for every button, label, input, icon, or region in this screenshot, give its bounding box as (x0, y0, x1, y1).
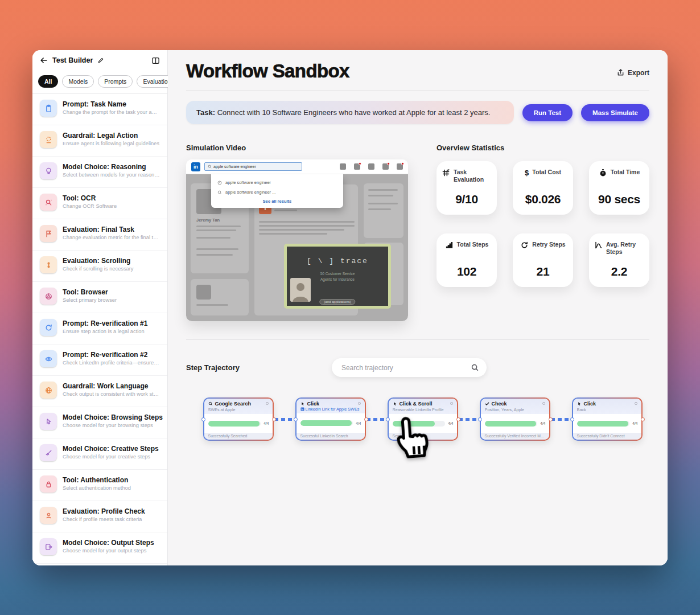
sidebar-item-eval-final-task[interactable]: Evaluation: Final TaskChange evaluation … (32, 219, 167, 251)
node-status: Successfully Didn't Connect (573, 433, 642, 440)
sidebar-item-guardrail-legal-action[interactable]: Guardrail: Legal ActionEnsure agent is f… (32, 125, 167, 157)
node-title: Google Search (215, 401, 252, 407)
mass-simulate-button[interactable]: Mass Simulate (581, 104, 649, 121)
stat-card-total-steps: Total Steps 102 (437, 233, 497, 287)
suggestion-row[interactable]: apple software engineer ... (211, 187, 343, 197)
gear-icon[interactable] (450, 402, 453, 405)
sidebar-item-model-creative-steps[interactable]: Model Choice: Creative StepsChoose model… (32, 438, 167, 470)
trace-caption-1: 50 Customer Service (287, 271, 388, 277)
item-title: Guardrail: Legal Action (63, 132, 159, 140)
scroll-icon (40, 256, 57, 273)
linkedin-search-box[interactable]: apple software engineer (204, 162, 302, 171)
gear-icon[interactable] (266, 402, 269, 405)
sidebar-item-tool-ocr[interactable]: Tool: OCRChange OCR Software (32, 188, 167, 219)
sidebar-item-guardrail-work-language[interactable]: Guardrail: Work LanguageCheck output is … (32, 376, 167, 407)
retry-icon (520, 241, 529, 249)
simulation-video-heading: Simulation Video (186, 144, 408, 152)
edit-pencil-icon[interactable] (97, 57, 104, 64)
sidebar: Test Builder All Models Prompts Evaluati… (32, 50, 168, 565)
suggestion-text: apple software engineer ... (225, 190, 275, 195)
my-network-icon[interactable] (354, 163, 360, 170)
item-subtitle: Choose model for your output steps (63, 548, 154, 554)
item-subtitle: Change the prompt for the task your agen… (63, 109, 160, 115)
progress-bar (300, 420, 353, 426)
jobs-icon[interactable] (368, 163, 374, 170)
divider (186, 90, 649, 91)
cursor-icon (393, 401, 397, 406)
item-subtitle: Change evaluation metric for the final t… (63, 235, 160, 240)
sidebar-item-prompt-task-name[interactable]: Prompt: Task NameChange the prompt for t… (32, 94, 167, 125)
stat-value: 102 (442, 265, 492, 278)
item-title: Evaluation: Profile Check (63, 507, 145, 515)
stat-card-total-cost: $Total Cost $0.026 (513, 161, 573, 215)
grid-check-icon (442, 169, 450, 177)
sidebar-item-model-browsing-steps[interactable]: Model Choice: Browsing StepsChoose model… (32, 407, 167, 438)
brush-icon (40, 444, 57, 461)
sidebar-item-prompt-reverification-1[interactable]: Prompt: Re-verification #1Ensure step ac… (32, 313, 167, 345)
item-title: Prompt: Task Name (63, 100, 160, 108)
avg-retry-icon (594, 241, 603, 249)
node-google-search[interactable]: Google Search SWEs at Apple 4/4 Successf… (203, 397, 274, 441)
page-title: Workflow Sandbox (186, 60, 349, 82)
suggestion-row[interactable]: apple software engineer (211, 178, 343, 187)
item-title: Evaluation: Final Task (63, 226, 160, 233)
home-icon[interactable] (340, 163, 346, 170)
port-out (456, 417, 460, 421)
notifications-icon[interactable] (397, 163, 403, 170)
progress-bar (577, 421, 630, 427)
history-icon (217, 181, 222, 185)
node-status: Successful LinkedIn Search (297, 433, 365, 440)
sidebar-item-eval-profile-check[interactable]: Evaluation: Profile CheckCheck if profil… (32, 501, 167, 532)
sidebar-item-model-reasoning[interactable]: Model Choice: ReasoningSelect between mo… (32, 157, 167, 188)
sidebar-header: Test Builder (32, 50, 167, 71)
stat-value: $0.026 (518, 192, 568, 206)
sidebar-item-prompt-reverification-2[interactable]: Prompt: Re-verification #2Check LinkedIn… (32, 345, 167, 376)
node-title: Click (307, 401, 320, 407)
node-click-back[interactable]: Click Back 4/4 Successfully Didn't Conne… (572, 397, 643, 441)
item-subtitle: Select between models for your reasoning… (63, 172, 160, 178)
stat-card-task-evaluation: Task Evaluation 9/10 (437, 161, 497, 215)
filter-all[interactable]: All (38, 75, 58, 88)
filter-prompts[interactable]: Prompts (98, 75, 133, 88)
stat-label: Total Time (611, 169, 640, 176)
node-subtitle: Position, Years, Apple (485, 407, 546, 412)
sidebar-item-tool-authentication[interactable]: Tool: AuthenticationSelect authenticatio… (32, 470, 167, 501)
messaging-icon[interactable] (382, 163, 389, 170)
item-subtitle: Select authentication method (63, 485, 131, 491)
node-subtitle: LinkedIn Link for Apple SWEs (306, 407, 360, 412)
port-out (364, 417, 368, 421)
refresh-icon (40, 319, 57, 336)
back-icon[interactable] (40, 56, 48, 64)
gear-icon[interactable] (635, 402, 637, 405)
run-test-button[interactable]: Run Test (522, 104, 573, 121)
node-check[interactable]: Check Position, Years, Apple 4/4 Success… (480, 397, 550, 441)
simulation-video[interactable]: in apple software engineer (186, 159, 408, 321)
connector (367, 418, 387, 421)
export-button[interactable]: Export (616, 68, 649, 77)
trajectory-search-input[interactable] (332, 358, 487, 377)
gear-icon[interactable] (542, 402, 545, 405)
sidebar-item-tool-browser[interactable]: Tool: BrowserSelect primary browser (32, 282, 167, 313)
export-icon (616, 68, 625, 77)
check-icon (485, 401, 489, 406)
node-click-linkedin[interactable]: Click LinkedIn Link for Apple SWEs 4/4 S… (295, 397, 366, 441)
node-subtitle: SWEs at Apple (208, 407, 269, 412)
progress-count: 4/4 (540, 421, 545, 425)
stamp-icon (40, 131, 57, 148)
filter-models[interactable]: Models (62, 75, 94, 88)
progress-count: 4/4 (632, 421, 637, 425)
progress-count: 4/4 (356, 421, 361, 425)
item-subtitle: Ensure agent is following legal guidelin… (63, 141, 159, 146)
app-window: Test Builder All Models Prompts Evaluati… (32, 50, 668, 565)
sidebar-item-eval-scrolling[interactable]: Evaluation: ScrollingCheck if scrolling … (32, 251, 167, 282)
see-all-results-link[interactable]: See all results (211, 199, 343, 204)
cursor-icon (577, 401, 582, 406)
gear-icon[interactable] (358, 402, 361, 405)
sidebar-item-model-output-steps[interactable]: Model Choice: Output StepsChoose model f… (32, 532, 167, 564)
stat-label: Retry Steps (532, 241, 565, 248)
panel-toggle-icon[interactable] (151, 56, 160, 65)
clipboard-icon (40, 100, 57, 117)
search-icon (471, 363, 479, 372)
stopwatch-icon (599, 169, 607, 177)
trace-video-embed[interactable]: [ \ ] trace 50 Customer Service Agents f… (284, 244, 391, 309)
